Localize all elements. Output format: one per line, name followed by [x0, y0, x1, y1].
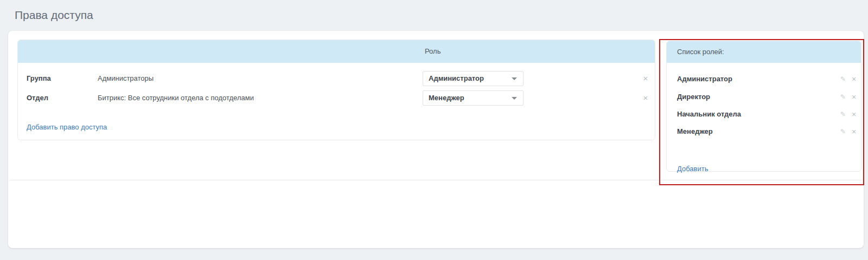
add-role-link[interactable]: Добавить [677, 165, 708, 173]
access-rights-table: Роль Группа Администраторы Администратор… [17, 40, 655, 140]
table-header-band: Роль [18, 40, 655, 63]
access-rights-card: Роль Группа Администраторы Администратор… [8, 31, 864, 248]
edit-role-icon[interactable]: ✎ [839, 125, 847, 138]
role-column-header: Роль [425, 40, 441, 63]
role-name-label: Менеджер [677, 125, 713, 138]
add-access-right-link[interactable]: Добавить право доступа [27, 123, 107, 132]
remove-access-right-button[interactable]: × [640, 71, 651, 86]
role-name-label: Директор [677, 90, 710, 103]
role-select-value: Менеджер [429, 91, 464, 105]
delete-role-icon[interactable]: × [850, 125, 858, 138]
roles-list-panel: Список ролей: Администратор ✎ × Директор… [666, 41, 861, 172]
role-list-item: Менеджер ✎ × [667, 125, 861, 138]
access-type-label: Отдел [27, 90, 48, 106]
access-row-group: Группа Администраторы Администратор × [18, 71, 655, 86]
role-name-label: Администратор [677, 73, 732, 86]
role-name-label: Начальник отдела [677, 108, 741, 121]
role-list-item: Начальник отдела ✎ × [667, 108, 861, 121]
access-row-department: Отдел Битрикс: Все сотрудники отдела с п… [18, 90, 655, 106]
chevron-down-icon [512, 97, 517, 100]
section-divider [10, 180, 862, 180]
chevron-down-icon [512, 77, 517, 80]
access-subject-label: Битрикс: Все сотрудники отдела с подотде… [98, 90, 254, 106]
delete-role-icon[interactable]: × [850, 73, 858, 86]
remove-access-right-button[interactable]: × [640, 90, 651, 106]
page-title: Права доступа [15, 9, 93, 22]
delete-role-icon[interactable]: × [850, 108, 858, 121]
edit-role-icon[interactable]: ✎ [839, 73, 847, 86]
roles-list-title: Список ролей: [677, 41, 724, 63]
role-select-dropdown[interactable]: Администратор [423, 71, 524, 86]
delete-role-icon[interactable]: × [850, 90, 858, 103]
edit-role-icon[interactable]: ✎ [839, 90, 847, 103]
edit-role-icon[interactable]: ✎ [839, 108, 847, 121]
role-select-dropdown[interactable]: Менеджер [423, 90, 524, 106]
role-list-item: Директор ✎ × [667, 90, 861, 103]
role-select-value: Администратор [429, 72, 484, 86]
access-type-label: Группа [27, 71, 51, 86]
roles-list-header-band: Список ролей: [667, 41, 861, 63]
role-list-item: Администратор ✎ × [667, 73, 861, 86]
access-subject-label: Администраторы [98, 71, 154, 86]
